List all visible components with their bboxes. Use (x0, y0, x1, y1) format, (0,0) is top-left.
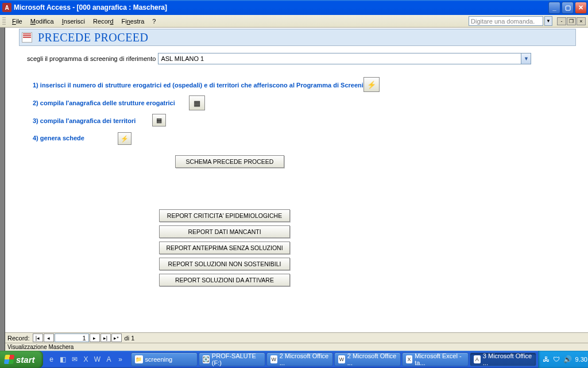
quicklaunch-outlook-icon[interactable]: ✉ (69, 354, 80, 365)
toolbar-grip[interactable] (2, 17, 6, 25)
window-minimize-button[interactable]: _ (548, 2, 560, 14)
taskbar-task-button[interactable]: W2 Microsoft Office ... (334, 352, 401, 366)
lightning-icon: ⚡ (367, 80, 376, 89)
step1-label: 1) inserisci il numero di strutture erog… (33, 82, 371, 89)
quicklaunch-excel-icon[interactable]: X (81, 354, 91, 365)
program-combo-input[interactable] (158, 53, 521, 64)
start-label: start (16, 355, 35, 365)
task-label: 2 Microsoft Office ... (347, 352, 397, 366)
quicklaunch-access-icon[interactable]: A (104, 354, 114, 365)
lightning-icon: ⚡ (121, 135, 129, 143)
schema-button[interactable]: SCHEMA PRECEDE PROCEED (175, 155, 284, 168)
system-tray: 🖧 🛡 🔊 9.30 (538, 351, 588, 368)
tray-shield-icon[interactable]: 🛡 (553, 355, 560, 363)
scegli-label: scegli il programma di screening di rife… (27, 55, 156, 62)
taskbar-task-button[interactable]: A3 Microsoft Office ... (470, 352, 536, 366)
window-title: Microsoft Access - [000 anagrafica : Mas… (14, 3, 167, 12)
tray-clock[interactable]: 9.30 (575, 356, 587, 363)
step2-open-button[interactable]: ▦ (189, 95, 205, 110)
task-label: Microsoft Excel - ta... (415, 352, 464, 366)
taskbar-tasks: 📁screening💽PROF-SALUTE (F:)W2 Microsoft … (129, 352, 538, 366)
mdi-restore-button[interactable]: ❐ (567, 17, 576, 25)
report-soluzioni-da-attivare-button[interactable]: REPORT SOLUZIONI DA ATTIVARE (159, 274, 290, 286)
windows-logo-icon (4, 355, 14, 364)
quicklaunch-ie-icon[interactable]: e (47, 354, 57, 365)
ask-question-dropdown[interactable]: ▼ (544, 16, 552, 26)
record-first-button[interactable]: |◂ (33, 334, 43, 342)
program-combo-dropdown-button[interactable]: ▼ (521, 53, 531, 64)
step3-open-button[interactable]: ▦ (152, 114, 166, 126)
form-title: PRECEDE PROCEED (38, 31, 149, 44)
program-combo[interactable]: ▼ (158, 53, 531, 64)
record-number-input[interactable] (55, 334, 89, 342)
tray-network-icon[interactable]: 🖧 (543, 355, 550, 363)
status-text: Visualizzazione Maschera (7, 344, 74, 350)
report-anteprima-button[interactable]: REPORT ANTEPRIMA SENZA SOLUZIONI (159, 241, 290, 254)
task-label: screening (145, 356, 173, 363)
window-titlebar: A Microsoft Access - [000 anagrafica : M… (0, 0, 588, 15)
quicklaunch-word-icon[interactable]: W (92, 354, 103, 365)
menu-modifica[interactable]: Modifica (27, 17, 57, 26)
quicklaunch-chevron-icon[interactable]: » (115, 354, 126, 365)
task-app-icon: A (474, 355, 481, 363)
record-label: Record: (7, 335, 30, 342)
menu-help[interactable]: ? (149, 17, 159, 26)
taskbar-task-button[interactable]: XMicrosoft Excel - ta... (402, 352, 469, 366)
record-total: di 1 (125, 335, 135, 342)
windows-taskbar: start e ◧ ✉ X W A » 📁screening💽PROF-SALU… (0, 351, 588, 368)
step4-label: 4) genera schede (33, 135, 84, 141)
form-area: PRECEDE PROCEED scegli il programma di s… (5, 28, 588, 351)
report-criticita-button[interactable]: REPORT CRITICITA' EPIDEMIOLOGICHE (159, 209, 290, 222)
form-header: PRECEDE PROCEED (19, 29, 576, 46)
step4-generate-button[interactable]: ⚡ (118, 132, 131, 145)
step1-open-button[interactable]: ⚡ (363, 77, 380, 92)
menu-bar: FFileile Modifica Inserisci Record Fines… (0, 15, 588, 28)
taskbar-task-button[interactable]: 💽PROF-SALUTE (F:) (199, 352, 265, 366)
task-app-icon: 💽 (203, 355, 210, 363)
tray-volume-icon[interactable]: 🔊 (563, 355, 572, 363)
task-label: PROF-SALUTE (F:) (212, 352, 261, 366)
quicklaunch-desktop-icon[interactable]: ◧ (58, 354, 68, 365)
record-last-button[interactable]: ▸| (100, 334, 111, 342)
quick-launch: e ◧ ✉ X W A » (43, 354, 129, 365)
window-maximize-button[interactable]: ▢ (562, 2, 574, 14)
record-next-button[interactable]: ▸ (90, 334, 100, 342)
mdi-minimize-button[interactable]: - (557, 17, 566, 25)
form-header-icon (22, 32, 32, 43)
task-app-icon: W (270, 355, 277, 363)
access-app-icon: A (2, 3, 11, 12)
workspace: PRECEDE PROCEED scegli il programma di s… (0, 28, 588, 351)
ask-question-box[interactable]: Digitare una domanda. (469, 16, 543, 26)
taskbar-task-button[interactable]: W2 Microsoft Office ... (266, 352, 333, 366)
record-navigator: Record: |◂ ◂ ▸ ▸| ▸* di 1 (5, 332, 588, 343)
step3-label: 3) compila l'anagrafica dei territori (33, 117, 136, 124)
menu-file[interactable]: FFileile (9, 17, 26, 26)
menu-inserisci[interactable]: Inserisci (59, 17, 88, 26)
form-grid-icon: ▦ (156, 117, 162, 124)
window-close-button[interactable]: ✕ (575, 2, 587, 14)
step2-label: 2) compila l'anagrafica delle strutture … (33, 99, 175, 106)
record-new-button[interactable]: ▸* (111, 334, 122, 342)
status-bar: Visualizzazione Maschera (5, 343, 588, 351)
task-label: 2 Microsoft Office ... (280, 352, 329, 366)
mdi-close-button[interactable]: × (577, 17, 586, 25)
task-app-icon: 📁 (135, 355, 143, 363)
taskbar-task-button[interactable]: 📁screening (131, 352, 198, 366)
record-prev-button[interactable]: ◂ (44, 334, 54, 342)
record-selector-strip[interactable] (0, 28, 5, 351)
task-app-icon: W (338, 355, 345, 363)
report-soluzioni-non-sostenibili-button[interactable]: REPORT SOLUZIONI NON SOSTENIBILI (159, 258, 290, 270)
task-label: 3 Microsoft Office ... (483, 352, 532, 366)
report-dati-mancanti-button[interactable]: REPORT DATI MANCANTI (159, 225, 290, 238)
task-app-icon: X (406, 355, 413, 363)
menu-finestra[interactable]: Finestra (118, 17, 148, 26)
start-button[interactable]: start (0, 351, 43, 368)
form-grid-icon: ▦ (194, 99, 200, 108)
menu-record[interactable]: Record (90, 17, 117, 26)
